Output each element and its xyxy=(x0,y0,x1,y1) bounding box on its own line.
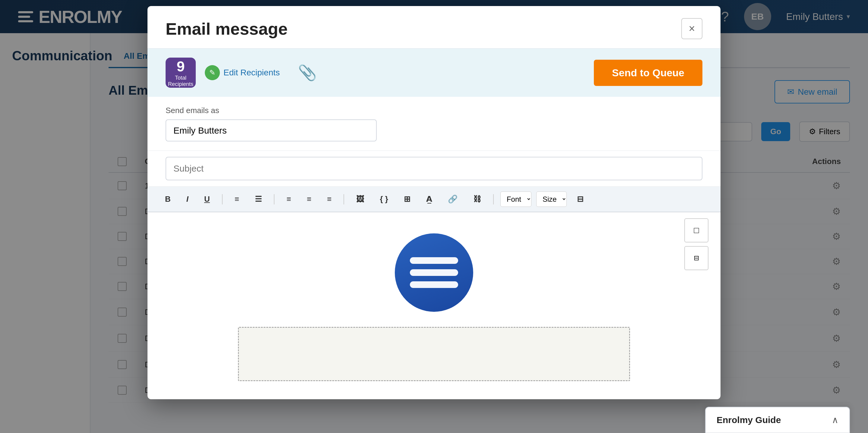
from-row: Send emails as Emily Butters xyxy=(148,97,720,151)
toolbar-separator xyxy=(493,194,494,205)
code-button[interactable]: { } xyxy=(374,191,393,207)
recipients-left: 9 Total Recipients ✎ Edit Recipients 📎 xyxy=(165,58,317,88)
table-button[interactable]: ⊞ xyxy=(398,191,416,207)
toolbar-separator xyxy=(274,194,275,205)
editor-logo-line-3 xyxy=(410,281,458,288)
italic-button[interactable]: I xyxy=(181,191,194,207)
align-center-button[interactable]: ≡ xyxy=(301,191,317,207)
unlink-button[interactable]: ⛓ xyxy=(468,191,487,207)
size-select[interactable]: Size xyxy=(536,191,567,207)
align-right-button[interactable]: ≡ xyxy=(321,191,337,207)
guide-panel: Enrolmy Guide ∧ xyxy=(705,407,850,433)
white-block-button[interactable]: □ xyxy=(684,218,709,242)
underline-button[interactable]: U xyxy=(199,191,215,207)
modal-header: Email message × xyxy=(148,6,720,49)
editor-body[interactable]: □ ⊟ xyxy=(148,212,720,399)
editor-logo-circle xyxy=(395,234,473,312)
toolbar-separator xyxy=(222,194,223,205)
toolbar-separator xyxy=(343,194,344,205)
align-left-button[interactable]: ≡ xyxy=(281,191,297,207)
editor-logo-area xyxy=(395,234,473,312)
editor-content-box[interactable] xyxy=(238,327,630,381)
attachment-icon[interactable]: 📎 xyxy=(298,64,317,82)
editor-toolbar: B I U ≡ ☰ ≡ ≡ ≡ 🖼 { } ⊞ A̲ 🔗 ⛓ Font xyxy=(148,187,720,212)
recipients-badge: 9 Total Recipients xyxy=(165,58,196,88)
from-select[interactable]: Emily Butters xyxy=(165,119,377,142)
send-to-queue-button[interactable]: Send to Queue xyxy=(594,60,703,86)
modal-overlay[interactable]: Email message × 9 Total Recipients ✎ Edi… xyxy=(0,0,868,433)
link-button[interactable]: 🔗 xyxy=(442,191,463,207)
edit-icon: ✎ xyxy=(205,65,220,80)
highlight-button[interactable]: A̲ xyxy=(421,191,438,207)
subject-row xyxy=(148,151,720,187)
modal-close-button[interactable]: × xyxy=(681,18,703,39)
edit-recipients-button[interactable]: ✎ Edit Recipients xyxy=(205,65,280,80)
email-modal: Email message × 9 Total Recipients ✎ Edi… xyxy=(148,6,720,399)
layout-tools: □ ⊟ xyxy=(684,218,709,270)
subject-input[interactable] xyxy=(165,157,703,180)
editor-logo-line-2 xyxy=(410,269,458,276)
app-wrapper: ENROLMY 🔔 ? EB Emily Butters ▾ Communica… xyxy=(0,0,868,433)
from-select-wrapper: Emily Butters xyxy=(165,119,377,142)
recipients-bar: 9 Total Recipients ✎ Edit Recipients 📎 S… xyxy=(148,49,720,97)
ordered-list-button[interactable]: ≡ xyxy=(229,191,245,207)
font-select[interactable]: Font xyxy=(500,191,531,207)
image-button[interactable]: 🖼 xyxy=(351,191,369,207)
unordered-list-button[interactable]: ☰ xyxy=(249,191,267,207)
grid-button[interactable]: ⊟ xyxy=(684,246,709,270)
editor-logo-line-1 xyxy=(410,257,458,264)
bold-button[interactable]: B xyxy=(159,191,176,207)
guide-toggle-button[interactable]: ∧ xyxy=(832,414,838,425)
modal-title: Email message xyxy=(165,19,288,39)
source-button[interactable]: ⊟ xyxy=(571,191,589,207)
guide-header: Enrolmy Guide ∧ xyxy=(706,407,849,433)
guide-title: Enrolmy Guide xyxy=(717,415,781,425)
